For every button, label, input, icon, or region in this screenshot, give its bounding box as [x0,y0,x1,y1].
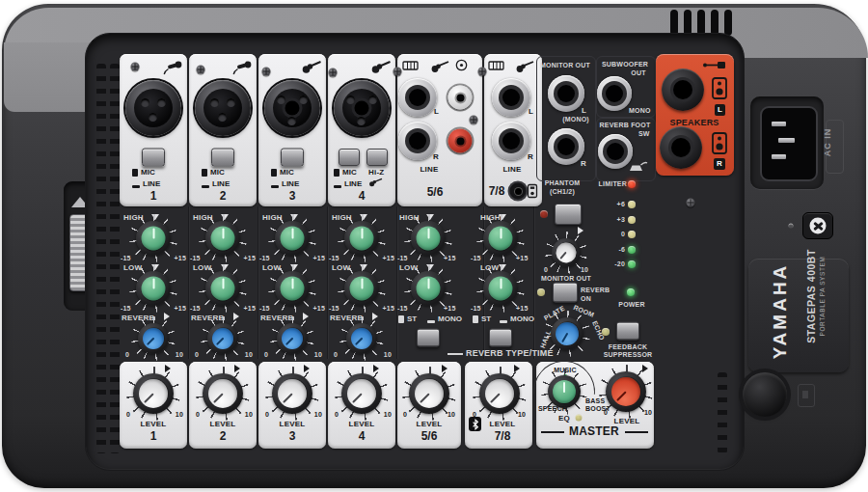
eq-min: -15 [190,305,201,312]
footswitch-icon [627,158,648,174]
mic-line-switch[interactable] [142,149,165,167]
monitor-out-jack-l [548,75,584,112]
guitar-icon [370,60,392,74]
level-label: LEVEL [280,421,306,428]
high-eq-knob[interactable] [268,214,316,262]
monitor-out-title: MONITOR OUT [540,62,590,68]
high-eq-knob[interactable] [129,214,177,262]
power-label: POWER [618,301,644,308]
high-eq-knob[interactable] [199,214,247,262]
max-label: 10 [384,351,392,358]
eq-max: +15 [244,305,256,312]
meter-plus3: +3 [617,216,625,223]
channel-number: 3 [289,190,296,202]
channel-number: 4 [359,430,366,442]
side-panel-button[interactable] [802,212,833,239]
limiter-label: LIMITER [599,180,627,187]
mic-label: MIC [210,169,225,177]
min-label: 0 [544,266,548,273]
max-label: 10 [176,351,183,358]
low-eq-knob[interactable] [268,264,316,313]
channel-number: 1 [150,190,157,202]
st-mono-switch[interactable] [489,329,512,347]
subwoofer-jack [597,76,632,111]
hiz-label: Hi-Z [368,169,384,177]
reverb-send-knob[interactable] [339,316,384,361]
channel-number: 2 [220,430,227,442]
level-knob[interactable] [196,367,250,421]
microphone-icon [231,60,253,76]
eq-min: -15 [121,305,131,312]
max-label: 10 [518,411,526,418]
channel-number: 1 [150,430,157,442]
vent-slot [711,10,719,36]
eq-max: +15 [175,255,186,261]
low-eq-knob[interactable] [199,264,247,313]
reverb-send-knob[interactable] [270,316,314,361]
switch-up-icon [271,169,277,177]
vent-slot [684,10,692,36]
phantom-switch[interactable] [555,204,582,225]
limiter-led [628,180,636,188]
mono-label: (MONO) [562,116,589,123]
feedback-label2: SUPPRESSOR [604,351,653,358]
reverb-send-knob[interactable] [131,316,176,361]
reverb-on-switch[interactable] [553,283,578,303]
eq-max: +15 [383,305,394,312]
meter-led-plus6 [628,201,636,208]
mono-label: MONO [438,315,462,323]
phantom-led [540,210,548,218]
xlr-input-jack [195,80,251,136]
line-input-jack-r [492,122,530,160]
screw [131,63,140,71]
speakon-cable-icon [702,60,727,70]
ac-pin [772,122,786,126]
high-eq-knob[interactable] [338,214,386,262]
switch-up-icon [132,169,138,177]
min-label: 0 [196,411,200,418]
eq-min: -15 [259,305,270,312]
screw [197,66,205,74]
switch-down-icon [427,320,435,323]
channel-number: 4 [359,190,366,202]
level-label: LEVEL [490,421,516,428]
speaker-output-jack-r [660,126,702,169]
master-line [625,431,648,433]
reverb-foot-title: REVERB FOOT [600,122,651,128]
sw-label: SW [638,130,650,137]
guitar-icon [515,60,534,73]
master-title: MASTER [569,425,619,437]
eq-min: -15 [471,305,481,312]
meter-zero: 0 [621,231,625,237]
reverb-on-led [537,288,545,296]
mic-line-switch[interactable] [339,149,360,166]
screw [478,68,487,76]
level-knob[interactable] [335,367,389,421]
low-eq-knob[interactable] [129,264,177,313]
mic-label: MIC [141,169,155,177]
brand-name: YAMAHA [770,263,791,360]
feedback-led [602,328,610,336]
min-label: 0 [125,351,129,358]
level-knob[interactable] [265,367,319,421]
level-knob[interactable] [126,367,180,421]
hi-z-switch[interactable] [366,149,388,166]
switch-up-icon [334,169,339,177]
min-label: 0 [264,351,268,358]
sub-mono-label: MONO [629,107,651,114]
monitor-out-knob-label: MONITOR OUT [541,275,591,282]
eq-max: +15 [516,305,528,312]
eq-max: +15 [313,255,325,261]
mic-line-switch[interactable] [211,149,234,167]
st-mono-switch[interactable] [417,329,440,347]
low-eq-knob[interactable] [338,264,386,313]
reverb-send-knob[interactable] [201,316,245,361]
mic-line-switch[interactable] [281,149,304,167]
corner-round-button[interactable] [743,372,787,417]
switch-down-icon [132,185,140,188]
channel-number: 7/8 [495,430,511,442]
combo-input-jack [264,80,320,136]
r-label: R [433,153,439,161]
vent-slot [697,10,705,36]
feedback-suppressor-switch[interactable] [616,322,639,341]
